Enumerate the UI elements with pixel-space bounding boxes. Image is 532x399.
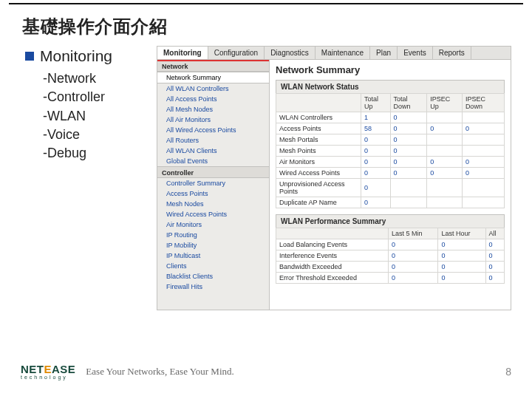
sidebar-item-network-summary[interactable]: Network Summary bbox=[157, 72, 269, 83]
sublist-item: -Controller bbox=[43, 88, 112, 106]
sidebar-item-mesh-nodes[interactable]: Mesh Nodes bbox=[157, 199, 269, 209]
row-value[interactable]: 0 bbox=[361, 179, 390, 197]
table-row: Duplicate AP Name0 bbox=[276, 197, 505, 208]
sidebar-item-all-wlan-controllers[interactable]: All WLAN Controllers bbox=[157, 83, 269, 94]
status-col-ipsec-down: IPSEC Down bbox=[462, 94, 504, 112]
row-value[interactable]: 1 bbox=[361, 112, 390, 123]
perf-col-hour: Last Hour bbox=[438, 228, 485, 239]
row-label: Mesh Points bbox=[276, 146, 361, 157]
row-value[interactable]: 0 bbox=[390, 123, 427, 134]
sidebar-section-network: Network bbox=[157, 60, 269, 72]
row-label: WLAN Controllers bbox=[276, 112, 361, 123]
status-table: Total Up Total Down IPSEC Up IPSEC Down … bbox=[276, 93, 505, 208]
row-value[interactable]: 0 bbox=[361, 157, 390, 168]
sidebar-item-all-access-points[interactable]: All Access Points bbox=[157, 94, 269, 104]
status-col-ipsec-up: IPSEC Up bbox=[427, 94, 463, 112]
row-value[interactable]: 0 bbox=[462, 168, 504, 179]
sidebar-item-wired-access-points[interactable]: Wired Access Points bbox=[157, 209, 269, 219]
row-label: Interference Events bbox=[276, 250, 389, 262]
ui-sidebar: Network Network Summary All WLAN Control… bbox=[157, 60, 270, 310]
row-value[interactable]: 0 bbox=[427, 123, 463, 134]
tab-maintenance[interactable]: Maintenance bbox=[316, 47, 370, 59]
row-value[interactable]: 0 bbox=[361, 197, 390, 208]
row-value[interactable]: 0 bbox=[389, 239, 438, 250]
row-value[interactable]: 0 bbox=[485, 239, 504, 250]
row-value[interactable]: 0 bbox=[390, 157, 427, 168]
row-value[interactable]: 0 bbox=[485, 273, 504, 284]
row-label: Unprovisioned Access Points bbox=[276, 179, 361, 197]
sublist-item: -Network bbox=[43, 69, 112, 87]
slide-left-column: Monitoring -Network -Controller -WLAN -V… bbox=[21, 46, 112, 163]
sidebar-item-global-events[interactable]: Global Events bbox=[157, 156, 269, 166]
row-label: Mesh Portals bbox=[276, 134, 361, 146]
row-value[interactable]: 0 bbox=[427, 157, 463, 168]
row-label: Bandwidth Exceeded bbox=[276, 262, 389, 273]
table-row: Interference Events000 bbox=[276, 250, 505, 262]
logo-text-leading: NET bbox=[21, 363, 44, 375]
sidebar-item-access-points[interactable]: Access Points bbox=[157, 188, 269, 199]
row-value[interactable]: 0 bbox=[361, 146, 390, 157]
square-bullet-icon bbox=[25, 52, 34, 61]
row-value[interactable]: 0 bbox=[389, 250, 438, 262]
tab-events[interactable]: Events bbox=[398, 47, 433, 59]
row-value[interactable]: 0 bbox=[438, 239, 485, 250]
sidebar-item-clients[interactable]: Clients bbox=[157, 261, 269, 271]
sidebar-item-air-monitors[interactable]: Air Monitors bbox=[157, 219, 269, 230]
table-row: WLAN Controllers10 bbox=[276, 112, 505, 123]
perf-table: Last 5 Min Last Hour All Load Balancing … bbox=[276, 228, 505, 284]
row-value[interactable]: 0 bbox=[390, 134, 427, 146]
tab-reports[interactable]: Reports bbox=[433, 47, 471, 59]
tab-plan[interactable]: Plan bbox=[370, 47, 398, 59]
row-value bbox=[462, 146, 504, 157]
sidebar-item-all-wired-access-points[interactable]: All Wired Access Points bbox=[157, 125, 269, 135]
embedded-admin-ui: Monitoring Configuration Diagnostics Mai… bbox=[157, 46, 511, 310]
row-value[interactable]: 0 bbox=[438, 273, 485, 284]
row-value[interactable]: 0 bbox=[361, 134, 390, 146]
table-row: Mesh Points00 bbox=[276, 146, 505, 157]
sublist-item: -Debug bbox=[43, 144, 112, 162]
table-row: Access Points58000 bbox=[276, 123, 505, 134]
sidebar-item-all-mesh-nodes[interactable]: All Mesh Nodes bbox=[157, 104, 269, 115]
row-value[interactable]: 0 bbox=[390, 112, 427, 123]
sidebar-item-ip-multicast[interactable]: IP Multicast bbox=[157, 250, 269, 261]
sidebar-item-all-routers[interactable]: All Routers bbox=[157, 135, 269, 146]
tab-diagnostics[interactable]: Diagnostics bbox=[265, 47, 316, 59]
sidebar-item-firewall-hits[interactable]: Firewall Hits bbox=[157, 282, 269, 292]
row-value[interactable]: 0 bbox=[462, 123, 504, 134]
main-title: Network Summary bbox=[276, 64, 505, 75]
row-value[interactable]: 0 bbox=[485, 250, 504, 262]
row-label: Load Balancing Events bbox=[276, 239, 389, 250]
row-value bbox=[462, 179, 504, 197]
row-value[interactable]: 0 bbox=[485, 262, 504, 273]
row-value[interactable]: 0 bbox=[389, 262, 438, 273]
row-value[interactable]: 0 bbox=[390, 168, 427, 179]
row-value[interactable]: 0 bbox=[390, 146, 427, 157]
row-value[interactable]: 0 bbox=[462, 157, 504, 168]
perf-heading: WLAN Performance Summary bbox=[276, 214, 505, 228]
slide-title: 基礎操作介面介紹 bbox=[22, 15, 511, 38]
table-row: Mesh Portals00 bbox=[276, 134, 505, 146]
row-value[interactable]: 0 bbox=[427, 168, 463, 179]
sidebar-item-ip-mobility[interactable]: IP Mobility bbox=[157, 240, 269, 250]
row-value[interactable]: 58 bbox=[361, 123, 390, 134]
sidebar-item-blacklist-clients[interactable]: Blacklist Clients bbox=[157, 271, 269, 282]
sidebar-item-ip-routing[interactable]: IP Routing bbox=[157, 230, 269, 240]
footer-tagline: Ease Your Networks, Ease Your Mind. bbox=[86, 366, 233, 378]
tab-monitoring[interactable]: Monitoring bbox=[157, 47, 208, 59]
sidebar-section-controller: Controller bbox=[157, 166, 269, 178]
monitoring-sublist: -Network -Controller -WLAN -Voice -Debug bbox=[43, 69, 112, 162]
sidebar-item-all-wlan-clients[interactable]: All WLAN Clients bbox=[157, 146, 269, 156]
row-value[interactable]: 0 bbox=[438, 250, 485, 262]
row-value bbox=[427, 112, 463, 123]
logo-subtext: technology bbox=[21, 375, 75, 380]
bullet-monitoring: Monitoring bbox=[40, 47, 112, 65]
sidebar-item-all-air-monitors[interactable]: All Air Monitors bbox=[157, 115, 269, 125]
tab-configuration[interactable]: Configuration bbox=[208, 47, 265, 59]
row-value[interactable]: 0 bbox=[438, 262, 485, 273]
status-col-total-down: Total Down bbox=[390, 94, 427, 112]
row-value[interactable]: 0 bbox=[361, 168, 390, 179]
row-value bbox=[462, 197, 504, 208]
table-row: Air Monitors0000 bbox=[276, 157, 505, 168]
sidebar-item-controller-summary[interactable]: Controller Summary bbox=[157, 178, 269, 188]
row-value[interactable]: 0 bbox=[389, 273, 438, 284]
